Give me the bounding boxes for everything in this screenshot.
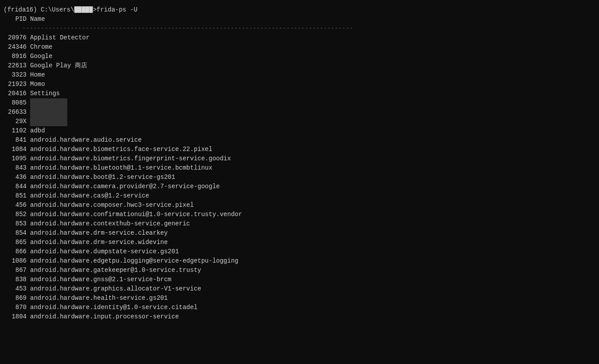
name-cell: android.hardware.biometrics.face-service… (30, 145, 213, 154)
pid-cell: 1095 (4, 154, 30, 163)
name-cell: Chrome (30, 43, 52, 52)
name-cell: android.hardware.contexthub-service.gene… (30, 219, 190, 228)
name-cell: Applist Detector (30, 33, 89, 43)
header-line: PID Name (4, 15, 595, 24)
name-cell: android.hardware.gnss@2.1-service-brcm (30, 275, 171, 284)
name-cell: android.hardware.drm-service.clearkey (30, 228, 168, 238)
name-cell: Google (30, 52, 52, 61)
pid-cell: 844 (4, 182, 30, 191)
pid-cell: 841 (4, 136, 30, 145)
name-cell: android.hardware.health-service.gs201 (30, 294, 168, 303)
name-cell: android.hardware.composer.hwc3-service.p… (30, 201, 194, 210)
table-row: 29X██████████ (4, 117, 595, 126)
terminal-window: (frida16) C:\Users\█████>frida-ps -U PID… (0, 4, 599, 323)
name-cell: Home (30, 70, 45, 80)
pid-cell: 21923 (4, 80, 30, 89)
name-cell: android.hardware.graphics.allocator-V1-s… (30, 284, 201, 294)
table-row: 865android.hardware.drm-service.widevine (4, 238, 595, 247)
table-row: 21923Momo (4, 80, 595, 89)
table-row: 867android.hardware.gatekeeper@1.0-servi… (4, 266, 595, 275)
name-cell: Settings (30, 89, 60, 98)
separator-line: ----------------------------------------… (4, 24, 595, 33)
pid-cell: 436 (4, 173, 30, 182)
name-cell: android.hardware.identity@1.0-service.ci… (30, 303, 197, 312)
name-cell: Google Play 商店 (30, 61, 87, 70)
name-cell: android.hardware.input.processor-service (30, 312, 179, 321)
table-row: 20416Settings (4, 89, 595, 98)
table-row: 852android.hardware.confirmationui@1.0-s… (4, 210, 595, 219)
pid-cell: 26633 (4, 108, 30, 117)
pid-cell: 456 (4, 201, 30, 210)
table-row: 3323Home (4, 70, 595, 80)
name-cell: Momo (30, 80, 45, 89)
table-row: 8085██████████ (4, 98, 595, 108)
pid-cell: 8085 (4, 98, 30, 108)
name-cell: android.hardware.biometrics.fingerprint-… (30, 154, 231, 163)
pid-cell: 870 (4, 303, 30, 312)
redacted-text: ██████████ (30, 108, 67, 117)
name-cell: android.hardware.audio.service (30, 136, 142, 145)
pid-cell: 854 (4, 228, 30, 238)
table-row: 843android.hardware.bluetooth@1.1-servic… (4, 163, 595, 173)
table-row: 851android.hardware.cas@1.2-service (4, 191, 595, 201)
table-row: 1102adbd (4, 126, 595, 136)
pid-cell: 24346 (4, 43, 30, 52)
table-row: 436android.hardware.boot@1.2-service-gs2… (4, 173, 595, 182)
table-row: 24346Chrome (4, 43, 595, 52)
table-row: 854android.hardware.drm-service.clearkey (4, 228, 595, 238)
pid-cell: 866 (4, 247, 30, 256)
name-cell: android.hardware.gatekeeper@1.0-service.… (30, 266, 201, 275)
name-cell: android.hardware.boot@1.2-service-gs201 (30, 173, 175, 182)
pid-cell: 852 (4, 210, 30, 219)
pid-cell: 1084 (4, 145, 30, 154)
header-name: Name (30, 15, 45, 24)
prompt-line: (frida16) C:\Users\█████>frida-ps -U (4, 5, 595, 15)
name-cell: ██████████ (30, 98, 67, 108)
table-row: 22613Google Play 商店 (4, 61, 595, 70)
table-row: 20976Applist Detector (4, 33, 595, 43)
table-row: 870android.hardware.identity@1.0-service… (4, 303, 595, 312)
pid-cell: 29X (4, 117, 30, 126)
table-row: 869android.hardware.health-service.gs201 (4, 294, 595, 303)
redacted-text: ██████████ (30, 98, 67, 108)
pid-cell: 867 (4, 266, 30, 275)
pid-cell: 1804 (4, 312, 30, 321)
table-row: 456android.hardware.composer.hwc3-servic… (4, 201, 595, 210)
table-row: 1804android.hardware.input.processor-ser… (4, 312, 595, 321)
table-row: 838android.hardware.gnss@2.1-service-brc… (4, 275, 595, 284)
table-row: 866android.hardware.dumpstate-service.gs… (4, 247, 595, 256)
table-row: 853android.hardware.contexthub-service.g… (4, 219, 595, 228)
pid-cell: 453 (4, 284, 30, 294)
pid-cell: 22613 (4, 61, 30, 70)
pid-cell: 853 (4, 219, 30, 228)
pid-cell: 3323 (4, 70, 30, 80)
pid-cell: 869 (4, 294, 30, 303)
table-row: 844android.hardware.camera.provider@2.7-… (4, 182, 595, 191)
header-pid: PID (4, 15, 30, 24)
name-cell: ██████████ (30, 108, 67, 117)
rows-container: 20976Applist Detector24346Chrome 8916Goo… (4, 33, 595, 321)
pid-cell: 8916 (4, 52, 30, 61)
table-row: 453android.hardware.graphics.allocator-V… (4, 284, 595, 294)
table-row: 1086android.hardware.edgetpu.logging@ser… (4, 256, 595, 266)
pid-cell: 843 (4, 163, 30, 173)
pid-cell: 1086 (4, 256, 30, 266)
name-cell: android.hardware.edgetpu.logging@service… (30, 256, 238, 266)
name-cell: android.hardware.camera.provider@2.7-ser… (30, 182, 220, 191)
pid-cell: 1102 (4, 126, 30, 136)
name-cell: android.hardware.cas@1.2-service (30, 191, 149, 201)
pid-cell: 20416 (4, 89, 30, 98)
pid-cell: 865 (4, 238, 30, 247)
pid-cell: 838 (4, 275, 30, 284)
pid-cell: 20976 (4, 33, 30, 43)
name-cell: android.hardware.dumpstate-service.gs201 (30, 247, 179, 256)
table-row: 1095android.hardware.biometrics.fingerpr… (4, 154, 595, 163)
pid-cell: 851 (4, 191, 30, 201)
prompt-text: (frida16) C:\Users\█████>frida-ps -U (4, 5, 137, 15)
table-row: 8916Google (4, 52, 595, 61)
name-cell: android.hardware.bluetooth@1.1-service.b… (30, 163, 213, 173)
table-row: 841android.hardware.audio.service (4, 136, 595, 145)
table-row: 1084android.hardware.biometrics.face-ser… (4, 145, 595, 154)
separator: ----------------------------------------… (4, 24, 353, 33)
table-row: 26633██████████ (4, 108, 595, 117)
